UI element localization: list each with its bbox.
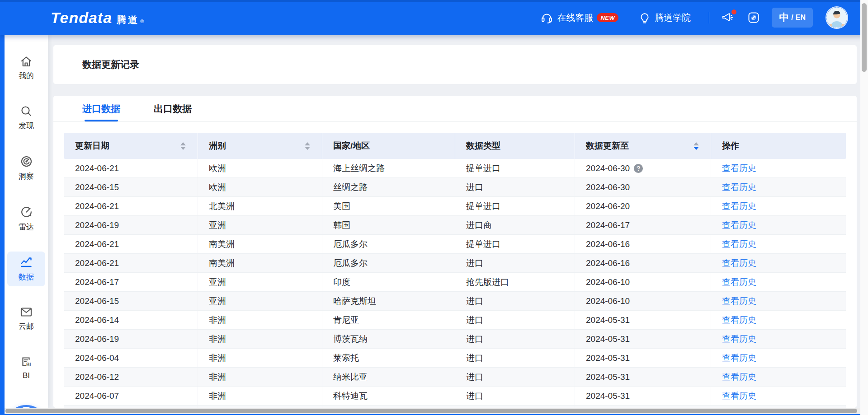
search-icon [20, 105, 33, 117]
horizontal-scrollbar-thumb[interactable] [5, 409, 857, 413]
vertical-scrollbar[interactable] [860, 0, 868, 415]
online-service-button[interactable]: 在线客服 NEW [541, 12, 618, 24]
online-service-label: 在线客服 [557, 12, 593, 24]
sidebar-item-data[interactable]: 数据 [7, 252, 45, 286]
cell-data-type: 进口 [455, 178, 575, 196]
expand-icon [747, 11, 760, 24]
sidebar-item-bi[interactable]: BIBI [7, 351, 45, 384]
cell-continent: 亚洲 [198, 292, 322, 310]
language-zh: 中 [779, 11, 789, 24]
cell-country: 印度 [322, 273, 455, 291]
insight-icon [20, 155, 33, 168]
sort-carets[interactable] [305, 142, 310, 150]
column-header-0[interactable]: 更新日期 [64, 133, 198, 159]
headset-icon [541, 12, 557, 24]
column-label: 洲别 [209, 140, 226, 152]
view-history-link[interactable]: 查看历史 [722, 333, 756, 345]
view-history-link[interactable]: 查看历史 [722, 352, 756, 364]
cell-updated-to: 2024-06-20 [575, 197, 711, 215]
sidebar-item-label: BI [23, 371, 30, 380]
sidebar-item-label: 发现 [19, 121, 34, 131]
view-history-link[interactable]: 查看历史 [722, 390, 756, 402]
column-header-4[interactable]: 数据更新至 [575, 133, 711, 159]
sidebar-item-insight[interactable]: 洞察 [7, 150, 45, 186]
language-en: EN [796, 14, 806, 22]
sort-asc-caret[interactable] [305, 142, 310, 145]
user-avatar[interactable] [826, 7, 847, 28]
cell-action: 查看历史 [711, 273, 846, 291]
topbar-right: 在线客服 NEW 腾道学院 [541, 7, 847, 28]
table-row: 2024-06-15亚洲哈萨克斯坦进口2024-06-10查看历史 [64, 292, 846, 311]
topbar: Tendata 腾道 ® 在线客服 NEW [0, 0, 868, 35]
view-history-link[interactable]: 查看历史 [722, 276, 756, 288]
cell-update-date: 2024-06-15 [64, 178, 198, 196]
horizontal-scrollbar[interactable] [5, 408, 860, 414]
home-icon [19, 55, 33, 67]
page-title: 数据更新记录 [82, 58, 139, 71]
cell-update-date: 2024-06-04 [64, 349, 198, 367]
cell-continent: 非洲 [198, 387, 322, 405]
sort-desc-caret[interactable] [305, 147, 310, 150]
data-update-table: 更新日期洲别国家/地区数据类型数据更新至操作 2024-06-21欧洲海上丝绸之… [64, 133, 846, 408]
view-history-link[interactable]: 查看历史 [722, 257, 756, 269]
table-row: 2024-06-19非洲博茨瓦纳进口2024-05-31查看历史 [64, 330, 846, 349]
language-toggle[interactable]: 中 / EN [772, 8, 813, 28]
tab-import-data[interactable]: 进口数据 [82, 96, 120, 121]
vertical-scrollbar-thumb[interactable] [862, 3, 867, 72]
notification-dot [731, 9, 736, 14]
sidebar-item-my[interactable]: 我的 [7, 51, 45, 85]
cell-updated-to: 2024-06-10 [575, 273, 711, 291]
sidebar-item-mail[interactable]: 云邮 [7, 302, 45, 336]
cell-country: 博茨瓦纳 [322, 330, 455, 348]
cell-continent: 北美洲 [198, 197, 322, 215]
cell-data-type: 进口 [455, 330, 575, 348]
view-history-link[interactable]: 查看历史 [722, 201, 756, 212]
cell-action: 查看历史 [711, 311, 846, 329]
sort-carets[interactable] [693, 142, 699, 150]
cell-continent: 欧洲 [198, 178, 322, 196]
app-frame: 我的发现洞察雷达数据云邮BIBI » 数据更新记录 进口数据出口数据 [5, 35, 860, 408]
cell-update-date: 2024-06-14 [64, 311, 198, 329]
sidebar-item-label: 洞察 [19, 171, 34, 182]
logo-text-cn: 腾道 [117, 14, 139, 26]
cell-update-date: 2024-06-12 [64, 368, 198, 386]
sort-asc-caret[interactable] [693, 142, 699, 145]
cell-action: 查看历史 [711, 197, 846, 215]
screen: Tendata 腾道 ® 在线客服 NEW [0, 0, 868, 415]
table-row: 2024-06-15欧洲丝绸之路进口2024-06-30查看历史 [64, 178, 846, 197]
fullscreen-button[interactable] [747, 11, 760, 24]
cell-update-date: 2024-06-21 [64, 235, 198, 253]
table-header: 更新日期洲别国家/地区数据类型数据更新至操作 [64, 133, 846, 159]
tab-export-data[interactable]: 出口数据 [154, 96, 192, 121]
view-history-link[interactable]: 查看历史 [722, 182, 756, 193]
sort-desc-caret[interactable] [180, 147, 186, 150]
view-history-link[interactable]: 查看历史 [722, 219, 756, 231]
cell-action: 查看历史 [711, 368, 846, 386]
view-history-link[interactable]: 查看历史 [722, 314, 756, 326]
help-icon[interactable]: ? [634, 164, 643, 173]
table-row: 2024-06-19亚洲韩国进口商2024-06-17查看历史 [64, 216, 846, 235]
cell-update-date: 2024-06-19 [64, 216, 198, 234]
cell-continent: 欧洲 [198, 159, 322, 177]
sidebar-item-radar[interactable]: 雷达 [7, 201, 45, 236]
announcement-button[interactable] [721, 11, 735, 24]
view-history-link[interactable]: 查看历史 [722, 163, 756, 174]
column-header-1[interactable]: 洲别 [198, 133, 322, 159]
sort-carets[interactable] [180, 142, 186, 150]
cell-data-type: 进口 [455, 292, 575, 310]
academy-button[interactable]: 腾道学院 [639, 12, 691, 24]
tendata-logo[interactable]: Tendata 腾道 ® [51, 9, 144, 27]
view-history-link[interactable]: 查看历史 [722, 371, 756, 383]
cell-update-date: 2024-06-17 [64, 273, 198, 291]
cell-update-date: 2024-06-21 [64, 159, 198, 177]
sidebar-item-label: 数据 [19, 272, 34, 282]
cell-updated-to: 2024-05-31 [575, 330, 711, 348]
cell-data-type: 进口 [455, 368, 575, 386]
view-history-link[interactable]: 查看历史 [722, 295, 756, 307]
sidebar-item-discover[interactable]: 发现 [7, 100, 45, 135]
sort-asc-caret[interactable] [180, 142, 186, 145]
sort-desc-caret[interactable] [693, 147, 699, 150]
cell-data-type: 进口 [455, 349, 575, 367]
cell-action: 查看历史 [711, 159, 846, 177]
view-history-link[interactable]: 查看历史 [722, 238, 756, 250]
